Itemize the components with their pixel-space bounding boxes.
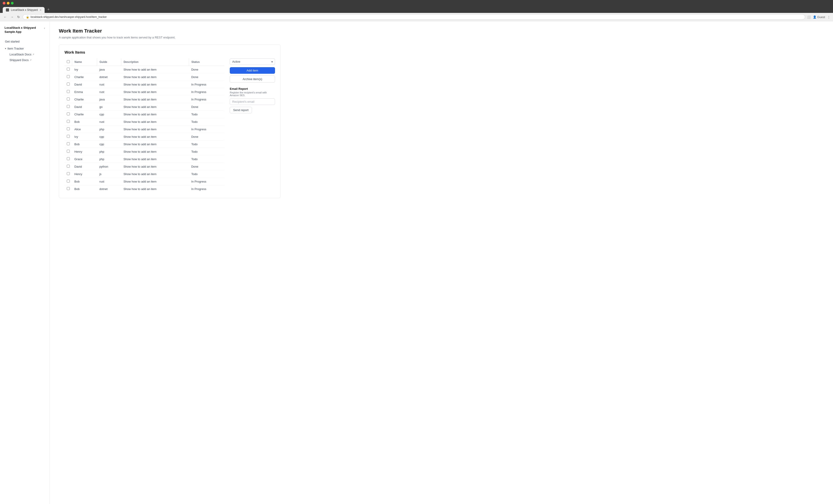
maximize-traffic-light[interactable] — [11, 2, 14, 4]
row-guide: php — [97, 155, 121, 163]
row-status: Done — [189, 66, 224, 73]
row-status: In Progress — [189, 126, 224, 133]
panel-body: Name Guide Description Status Ivy java S… — [65, 58, 275, 193]
row-guide: js — [97, 170, 121, 178]
row-description: Show how to add an item — [121, 126, 189, 133]
table-row: David python Show how to add an item Don… — [65, 163, 224, 170]
row-status: Done — [189, 73, 224, 81]
row-checkbox-7[interactable] — [67, 120, 70, 123]
table-row: Henry php Show how to add an item Todo — [65, 148, 224, 155]
row-checkbox-12[interactable] — [67, 157, 70, 160]
archive-items-button[interactable]: Archive item(s) — [230, 76, 275, 82]
close-traffic-light[interactable] — [3, 2, 5, 4]
row-checkbox-cell — [65, 155, 72, 163]
email-input[interactable] — [230, 98, 275, 105]
row-checkbox-2[interactable] — [67, 82, 70, 85]
table-row: David go Show how to add an item Done — [65, 103, 224, 110]
table-row: Alice php Show how to add an item In Pro… — [65, 126, 224, 133]
row-status: In Progress — [189, 88, 224, 96]
browser-tab[interactable]: LocalStack x Shipyard ✕ — [3, 7, 45, 13]
row-guide: php — [97, 126, 121, 133]
email-report-title: Email Report — [230, 87, 275, 91]
table-row: Bob rust Show how to add an item Todo — [65, 118, 224, 126]
row-checkbox-14[interactable] — [67, 172, 70, 175]
new-tab-button[interactable]: + — [45, 6, 52, 13]
row-checkbox-15[interactable] — [67, 180, 70, 182]
row-name: Bob — [72, 178, 97, 185]
row-checkbox-cell — [65, 126, 72, 133]
row-guide: rust — [97, 88, 121, 96]
row-checkbox-11[interactable] — [67, 150, 70, 153]
row-name: Charlie — [72, 110, 97, 118]
row-guide: dotnet — [97, 185, 121, 193]
row-checkbox-13[interactable] — [67, 165, 70, 168]
row-checkbox-cell — [65, 141, 72, 148]
tab-close-button[interactable]: ✕ — [40, 9, 42, 11]
sidebar-item-localstack-docs[interactable]: LocalStack Docs ↗ — [7, 52, 47, 57]
row-name: David — [72, 163, 97, 170]
work-items-title: Work Items — [65, 50, 275, 55]
row-checkbox-3[interactable] — [67, 90, 70, 93]
row-checkbox-5[interactable] — [67, 105, 70, 108]
row-checkbox-cell — [65, 96, 72, 103]
row-guide: go — [97, 103, 121, 110]
row-name: Bob — [72, 185, 97, 193]
row-checkbox-6[interactable] — [67, 112, 70, 116]
row-description: Show how to add an item — [121, 73, 189, 81]
sidebar-collapse-button[interactable]: ‹ — [44, 26, 45, 30]
status-select-wrapper: Active Archived ▼ — [230, 58, 275, 65]
row-guide: java — [97, 66, 121, 73]
nav-forward-button[interactable]: → — [9, 15, 15, 19]
row-checkbox-cell — [65, 81, 72, 88]
chevron-down-icon: ▾ — [5, 47, 6, 50]
table-section: Name Guide Description Status Ivy java S… — [65, 58, 224, 193]
row-checkbox-8[interactable] — [67, 127, 70, 130]
row-checkbox-cell — [65, 133, 72, 141]
row-checkbox-9[interactable] — [67, 135, 70, 138]
row-checkbox-cell — [65, 66, 72, 73]
row-description: Show how to add an item — [121, 66, 189, 73]
sidebar-toggle-button[interactable]: ⬜ — [807, 16, 811, 19]
menu-button[interactable]: ⋮ — [827, 16, 830, 19]
row-name: Henry — [72, 148, 97, 155]
row-checkbox-1[interactable] — [67, 75, 70, 78]
row-status: Done — [189, 133, 224, 141]
row-checkbox-cell — [65, 110, 72, 118]
controls-section: Active Archived ▼ Add item Archive item(… — [230, 58, 275, 193]
table-row: Henry js Show how to add an item Todo — [65, 170, 224, 178]
browser-chrome: LocalStack x Shipyard ✕ + — [0, 0, 833, 13]
row-checkbox-0[interactable] — [67, 68, 70, 71]
row-status: Todo — [189, 170, 224, 178]
row-checkbox-16[interactable] — [67, 187, 70, 190]
row-checkbox-cell — [65, 163, 72, 170]
row-description: Show how to add an item — [121, 148, 189, 155]
row-description: Show how to add an item — [121, 155, 189, 163]
address-bar[interactable]: 🔒 localstack-shipyard.dev.harshcasper.sh… — [23, 14, 805, 20]
sidebar-nav: Get started ▾ Item Tracker LocalStack Do… — [0, 39, 50, 63]
profile-button[interactable]: 👤 Guest — [813, 16, 825, 19]
minimize-traffic-light[interactable] — [7, 2, 9, 4]
status-select[interactable]: Active Archived — [230, 58, 275, 65]
select-all-checkbox[interactable] — [67, 60, 70, 63]
browser-viewport: LocalStack x Shipyard Sample App ‹ Get s… — [0, 21, 833, 504]
row-status: In Progress — [189, 96, 224, 103]
sidebar-item-shipyard-docs[interactable]: Shipyard Docs ↗ — [7, 57, 47, 63]
sidebar-item-get-started[interactable]: Get started — [3, 39, 47, 45]
nav-back-button[interactable]: ← — [3, 15, 8, 19]
row-checkbox-cell — [65, 148, 72, 155]
table-row: Bob cpp Show how to add an item Todo — [65, 141, 224, 148]
page-subtitle: A sample application that shows you how … — [59, 36, 824, 39]
row-checkbox-4[interactable] — [67, 98, 70, 100]
send-report-button[interactable]: Send report — [230, 107, 252, 113]
row-description: Show how to add an item — [121, 81, 189, 88]
add-item-button[interactable]: Add item — [230, 67, 275, 74]
row-checkbox-10[interactable] — [67, 142, 70, 145]
row-guide: cpp — [97, 141, 121, 148]
row-checkbox-cell — [65, 118, 72, 126]
row-name: Henry — [72, 170, 97, 178]
tab-title: LocalStack x Shipyard — [11, 8, 38, 11]
sidebar-item-tracker[interactable]: ▾ Item Tracker — [3, 46, 47, 52]
row-checkbox-cell — [65, 185, 72, 193]
url-text: localstack-shipyard.dev.harshcasper.ship… — [30, 16, 107, 19]
nav-refresh-button[interactable]: ↻ — [16, 15, 21, 19]
